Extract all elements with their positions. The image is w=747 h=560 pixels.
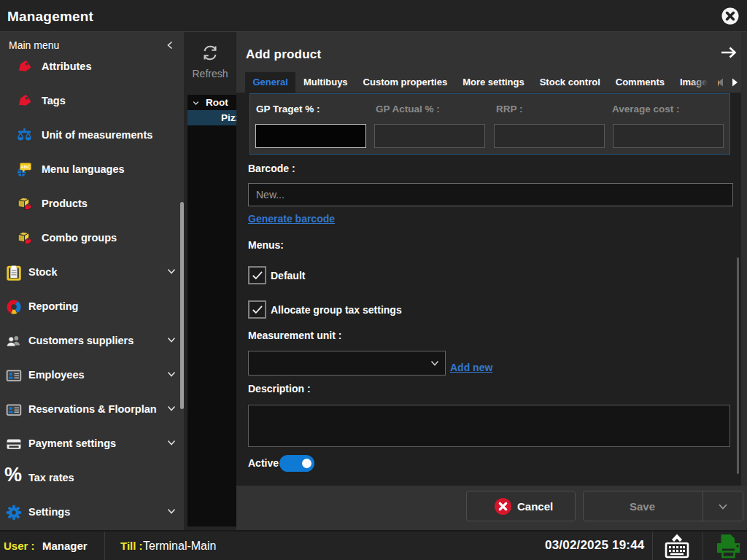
svg-text:ABC: ABC: [20, 164, 31, 169]
